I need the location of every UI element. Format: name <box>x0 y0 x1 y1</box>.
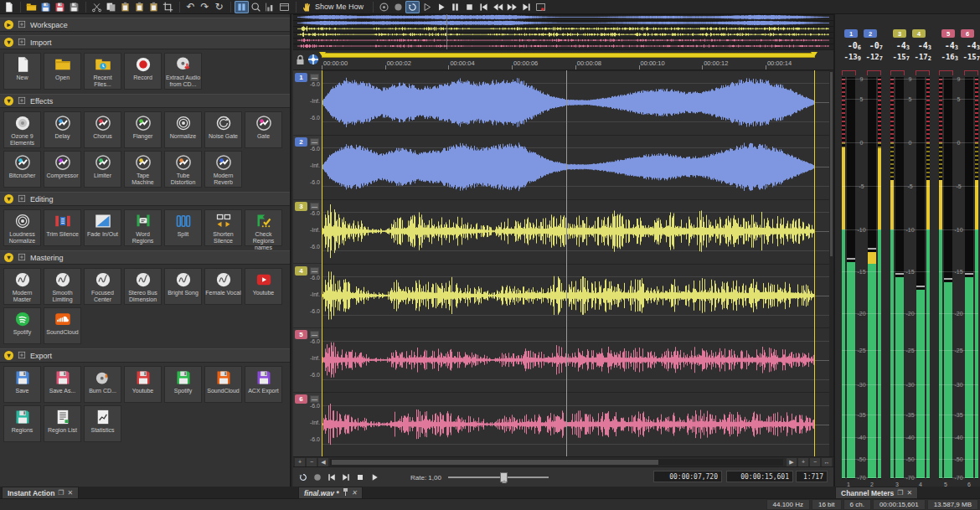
action-button-soundcloud[interactable]: SoundCloud <box>204 366 242 403</box>
action-button-record[interactable]: Record <box>124 53 162 90</box>
action-button-soundcloud[interactable]: SoundCloud <box>44 307 81 344</box>
go-to-start-button[interactable] <box>325 471 338 483</box>
meter-channel-badge-2[interactable]: 2 <box>864 29 877 38</box>
play-button[interactable] <box>368 471 380 483</box>
action-button-gate[interactable]: Gate <box>245 111 282 148</box>
channel-badge-1[interactable]: 1 <box>295 73 307 82</box>
action-button-open[interactable]: Open <box>44 53 81 90</box>
action-button-flanger[interactable]: Flanger <box>124 111 162 148</box>
action-button-tape-machine[interactable]: Tape Machine <box>124 151 162 188</box>
selection-start-marker[interactable] <box>319 52 326 57</box>
action-button-smooth-limiting[interactable]: Smooth Limiting <box>44 268 81 305</box>
action-button-tube-distortion[interactable]: Tube Distortion <box>164 151 202 188</box>
pause-button[interactable] <box>448 1 462 13</box>
action-button-noise-gate[interactable]: Noise Gate <box>204 111 242 148</box>
action-button-chorus[interactable]: Chorus <box>84 111 121 148</box>
close-icon[interactable]: ✕ <box>352 489 358 497</box>
record-button[interactable] <box>377 1 391 13</box>
close-icon[interactable]: ✕ <box>68 489 74 497</box>
record-button[interactable] <box>311 471 323 483</box>
action-button-fade-in-out[interactable]: Fade In/Out <box>84 209 121 246</box>
stop-button[interactable] <box>462 1 477 13</box>
action-button-recent-files[interactable]: Recent Files... <box>84 53 121 90</box>
horizontal-scrollbar-thumb[interactable] <box>332 460 658 465</box>
paste-special-button[interactable] <box>132 1 147 13</box>
paste-mix-button[interactable] <box>147 1 161 13</box>
stop-button[interactable] <box>353 471 366 483</box>
undock-icon[interactable]: ❐ <box>58 489 64 497</box>
meter-channel-badge-5[interactable]: 5 <box>941 29 955 38</box>
meter-channel-badge-3[interactable]: 3 <box>893 29 906 38</box>
save-all-button[interactable] <box>67 1 81 13</box>
close-icon[interactable]: ✕ <box>906 489 912 497</box>
undo-button[interactable]: ↶ <box>183 1 198 13</box>
chevron-down-icon[interactable]: ▾ <box>4 38 13 47</box>
go-to-end-button[interactable] <box>519 1 534 13</box>
action-button-bitcrusher[interactable]: Bitcrusher <box>3 151 41 188</box>
tab-instant-action[interactable]: Instant Action ❐ ✕ <box>2 487 79 498</box>
action-button-acx-export[interactable]: ACX Export <box>245 366 282 403</box>
undock-icon[interactable]: ❐ <box>897 489 903 497</box>
play-all-button[interactable] <box>420 1 434 13</box>
action-button-spotify[interactable]: Spotify <box>3 307 41 344</box>
forward-button[interactable] <box>505 1 519 13</box>
go-to-start-button[interactable] <box>477 1 491 13</box>
zoom-in-button-2[interactable]: + <box>798 458 808 466</box>
action-button-delay[interactable]: Delay <box>44 111 81 148</box>
rate-slider[interactable] <box>448 477 549 478</box>
action-button-split[interactable]: Split <box>164 209 202 246</box>
section-header-import[interactable]: ▾Import <box>0 35 290 49</box>
action-button-bright-song[interactable]: Bright Song <box>164 268 202 305</box>
scroll-left-button[interactable]: ◀ <box>318 458 328 466</box>
action-button-burn-cd[interactable]: Burn CD... <box>84 366 121 403</box>
action-button-compressor[interactable]: Compressor <box>44 151 81 188</box>
show-me-how-button[interactable] <box>300 1 314 13</box>
zoom-out-button-2[interactable]: − <box>810 458 820 466</box>
action-button-ozone-9-elements[interactable]: Ozone 9 Elements <box>3 111 41 148</box>
action-button-stereo-bus-dimension[interactable]: Stereo Bus Dimension <box>124 268 162 305</box>
action-button-regions[interactable]: Regions <box>3 405 41 442</box>
section-header-mastering[interactable]: ▾Mastering <box>0 250 290 265</box>
lock-icon[interactable] <box>296 54 305 67</box>
paste-button[interactable] <box>118 1 132 13</box>
action-button-limiter[interactable]: Limiter <box>84 151 121 188</box>
chevron-down-icon[interactable]: ▾ <box>4 253 13 262</box>
channel-badge-4[interactable]: 4 <box>295 266 307 276</box>
meter-channel-badge-4[interactable]: 4 <box>912 29 926 38</box>
section-header-workspace[interactable]: ▸Workspace <box>0 18 290 32</box>
action-button-extract-audio-from-cd[interactable]: Extract Audio from CD... <box>164 53 202 90</box>
channel-badge-2[interactable]: 2 <box>295 137 307 147</box>
channel-minimize-button[interactable]: — <box>310 74 319 81</box>
action-button-female-vocal[interactable]: Female Vocal <box>204 268 242 305</box>
rewind-button[interactable] <box>491 1 505 13</box>
chevron-down-icon[interactable]: ▾ <box>4 194 13 203</box>
mixer-window-button[interactable] <box>534 1 548 13</box>
action-button-youtube[interactable]: Youtube <box>124 366 162 403</box>
meter-channel-badge-1[interactable]: 1 <box>844 29 858 38</box>
waveform-canvas[interactable] <box>322 70 829 456</box>
play-plugin-chain-button[interactable] <box>405 1 420 13</box>
channel-minimize-button[interactable]: — <box>310 395 319 403</box>
chevron-down-icon[interactable]: ▾ <box>4 351 13 360</box>
time-ruler[interactable]: 00:00:0000:00:0200:00:0400:00:0600:00:08… <box>293 49 833 70</box>
selection-bar[interactable] <box>322 53 815 58</box>
loop-playback-button[interactable] <box>297 471 309 483</box>
save-as-button[interactable] <box>53 1 67 13</box>
section-header-editing[interactable]: ▾Editing <box>0 192 290 206</box>
edit-tool-icon[interactable] <box>307 54 319 67</box>
chevron-down-icon[interactable]: ▾ <box>4 96 13 106</box>
channel-badge-6[interactable]: 6 <box>295 394 307 404</box>
pin-icon[interactable] <box>343 488 348 497</box>
zoom-in-button[interactable]: + <box>295 458 305 466</box>
play-button[interactable] <box>434 1 448 13</box>
action-button-trim-silence[interactable]: Trim Silence <box>44 209 81 246</box>
repeat-button[interactable]: ↻ <box>212 1 226 13</box>
action-button-normalize[interactable]: Normalize <box>164 111 202 148</box>
zoom-fit-button[interactable]: ↔ <box>822 458 832 466</box>
action-button-youtube[interactable]: Youtube <box>245 268 282 305</box>
action-button-region-list[interactable]: Region List <box>44 405 81 442</box>
vertical-scrollbar-thumb[interactable] <box>830 72 833 256</box>
horizontal-scrollbar[interactable]: + − ◀ ▶ + − ↔ <box>293 456 833 466</box>
open-button[interactable] <box>24 1 39 13</box>
go-to-end-button[interactable] <box>339 471 352 483</box>
